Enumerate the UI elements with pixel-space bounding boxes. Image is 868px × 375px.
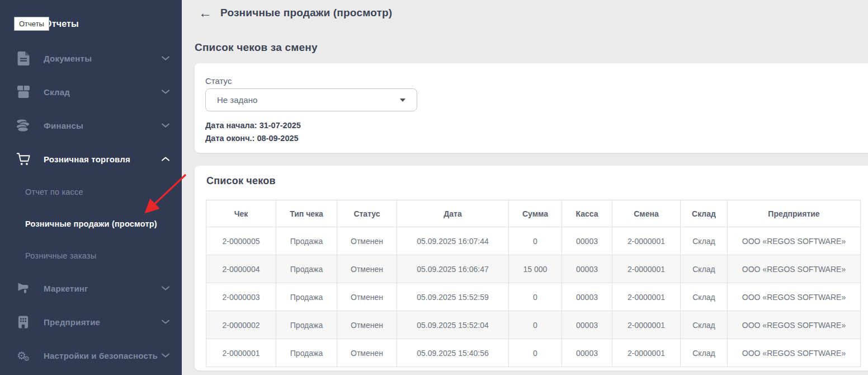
page-header: ← Розничные продажи (просмотр) (199, 6, 392, 20)
table-cell: 0 (509, 283, 562, 311)
filter-card: Статус Не задано Дата начала: 31-07-2025… (195, 63, 868, 153)
section-title: Список чеков за смену (195, 41, 318, 54)
sidebar-subitem-label: Розничные продажи (просмотр) (25, 219, 157, 228)
table-cell: Отменен (337, 283, 397, 311)
date-end-text: Дата оконч.: 08-09-2025 (205, 134, 299, 143)
table-cell: 2-0000001 (612, 227, 681, 255)
table-cell: 00003 (562, 339, 612, 367)
table-cell: Склад (681, 283, 728, 311)
table-cell: Продажа (276, 311, 337, 339)
table-row[interactable]: 2-0000005ПродажаОтменен05.09.2025 16:07:… (206, 227, 861, 255)
table-cell: Продажа (276, 283, 337, 311)
table-cell: 15 000 (509, 255, 562, 283)
table-cell: 2-0000002 (206, 311, 276, 339)
table-cell: 2-0000003 (206, 283, 276, 311)
date-start-text: Дата начала: 31-07-2025 (205, 121, 301, 130)
table-cell: ООО «REGOS SOFTWARE» (728, 255, 861, 283)
caret-down-icon (400, 99, 405, 102)
sidebar-item-label: Финансы (44, 121, 162, 130)
table-body: 2-0000005ПродажаОтменен05.09.2025 16:07:… (206, 227, 861, 367)
page-title: Розничные продажи (просмотр) (220, 7, 392, 19)
sidebar-item-retail[interactable]: Розничная торговля (0, 142, 182, 176)
megaphone-icon (16, 282, 31, 295)
table-cell: 2-0000001 (206, 339, 276, 367)
status-select[interactable]: Не задано (205, 88, 417, 111)
column-header: Предприятие (728, 200, 861, 227)
column-header: Касса (562, 200, 612, 227)
status-select-value: Не задано (217, 95, 400, 105)
receipts-table-title: Список чеков (206, 175, 276, 187)
table-cell: 00003 (562, 311, 612, 339)
chevron-up-icon (162, 157, 169, 161)
table-cell: ООО «REGOS SOFTWARE» (728, 283, 861, 311)
sidebar-subitem-label: Отчет по кассе (25, 187, 83, 196)
table-cell: 2-0000005 (206, 227, 276, 255)
column-header: Тип чека (276, 200, 337, 227)
table-cell: Отменен (337, 227, 397, 255)
sidebar-item-warehouse[interactable]: Склад (0, 75, 182, 109)
table-row[interactable]: 2-0000002ПродажаОтменен05.09.2025 15:52:… (206, 311, 861, 339)
table-cell: Склад (681, 255, 728, 283)
sidebar-subitem-label: Розничные заказы (25, 251, 96, 260)
table-header-row: ЧекТип чекаСтатусДатаСуммаКассаСменаСкла… (206, 200, 861, 227)
chevron-down-icon (162, 123, 169, 128)
sidebar: Отчеты Документы (0, 0, 182, 375)
table-cell: Склад (681, 311, 728, 339)
sidebar-item-label: Маркетинг (44, 284, 162, 293)
table-row[interactable]: 2-0000004ПродажаОтменен05.09.2025 16:06:… (206, 255, 861, 283)
sidebar-item-label: Предприятие (44, 317, 162, 327)
table-cell: 00003 (562, 255, 612, 283)
column-header: Статус (337, 200, 397, 227)
column-header: Дата (397, 200, 509, 227)
table-cell: 0 (509, 311, 562, 339)
sidebar-item-enterprise[interactable]: Предприятие (0, 305, 182, 339)
table-cell: 05.09.2025 15:52:59 (397, 283, 509, 311)
sidebar-item-label: Розничная торговля (44, 154, 162, 164)
table-cell: 0 (509, 339, 562, 367)
back-arrow-icon[interactable]: ← (199, 6, 212, 20)
coins-icon (16, 119, 31, 132)
table-cell: 2-0000004 (206, 255, 276, 283)
table-cell: ООО «REGOS SOFTWARE» (728, 311, 861, 339)
column-header: Смена (612, 200, 681, 227)
status-label: Статус (205, 76, 232, 86)
sidebar-item-finance[interactable]: Финансы (0, 109, 182, 142)
table-row[interactable]: 2-0000001ПродажаОтменен05.09.2025 15:40:… (206, 339, 861, 367)
sidebar-item-label: Настройки и безопасность (44, 351, 162, 360)
table-cell: 2-0000001 (612, 255, 681, 283)
gears-icon: ⚙⚙ (16, 349, 31, 362)
table-cell: Продажа (276, 339, 337, 367)
table-cell: Отменен (337, 255, 397, 283)
building-icon (16, 316, 31, 329)
sidebar-subitem-cash-report[interactable]: Отчет по кассе (0, 176, 182, 208)
column-header: Чек (206, 200, 276, 227)
table-cell: 05.09.2025 15:52:04 (397, 311, 509, 339)
sidebar-item-documents[interactable]: Документы (0, 41, 182, 75)
sidebar-subitem-retail-sales-view[interactable]: Розничные продажи (просмотр) (0, 208, 182, 240)
table-cell: Отменен (337, 311, 397, 339)
sidebar-subitem-retail-orders[interactable]: Розничные заказы (0, 240, 182, 271)
app-window: Отчеты Документы (0, 0, 868, 375)
chevron-down-icon (162, 90, 169, 94)
receipts-table: ЧекТип чекаСтатусДатаСуммаКассаСменаСкла… (206, 200, 861, 367)
table-cell: Продажа (276, 255, 337, 283)
sidebar-item-settings-security[interactable]: ⚙⚙ Настройки и безопасность (0, 339, 182, 372)
table-cell: 05.09.2025 16:06:47 (397, 255, 509, 283)
tooltip: Отчеты (14, 17, 49, 31)
table-cell: Продажа (276, 227, 337, 255)
table-row[interactable]: 2-0000003ПродажаОтменен05.09.2025 15:52:… (206, 283, 861, 311)
shopping-cart-icon (16, 152, 31, 166)
table-cell: 2-0000001 (612, 339, 681, 367)
table-cell: Отменен (337, 339, 397, 367)
table-cell: 05.09.2025 16:07:44 (397, 227, 509, 255)
chevron-down-icon (162, 56, 169, 60)
table-cell: 2-0000001 (612, 283, 681, 311)
sidebar-item-marketing[interactable]: Маркетинг (0, 271, 182, 305)
table-cell: 2-0000001 (612, 311, 681, 339)
sidebar-submenu: Отчет по кассе Розничные продажи (просмо… (0, 176, 182, 271)
column-header: Склад (681, 200, 728, 227)
table-cell: ООО «REGOS SOFTWARE» (728, 227, 861, 255)
sidebar-nav: Документы Склад (0, 41, 182, 372)
column-header: Сумма (509, 200, 562, 227)
chevron-down-icon (162, 286, 169, 290)
